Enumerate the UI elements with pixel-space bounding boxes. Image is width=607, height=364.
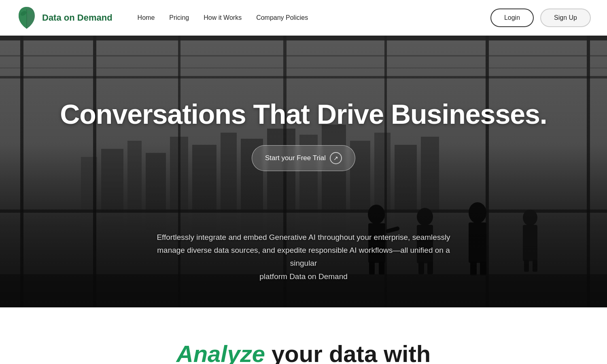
nav-link-how-it-works[interactable]: How it Works <box>204 14 242 21</box>
signup-button[interactable]: Sign Up <box>540 8 591 27</box>
login-button[interactable]: Login <box>490 8 534 27</box>
hero-subtitle: Effortlessly integrate and embed Generat… <box>152 231 455 283</box>
hero-section: Conversations That Drive Businesses. Sta… <box>0 36 607 307</box>
brand-name: Data on Demand <box>42 13 112 23</box>
nav-link-company-policies[interactable]: Company Policies <box>256 14 308 21</box>
analyze-section: Analyze your data with Generative AI <box>0 307 607 364</box>
analyze-highlight: Analyze <box>176 341 265 364</box>
nav-link-pricing[interactable]: Pricing <box>169 14 189 21</box>
navbar: Data on Demand Home Pricing How it Works… <box>0 0 607 36</box>
nav-link-home[interactable]: Home <box>138 14 155 21</box>
analyze-rest: your data with <box>265 341 431 364</box>
hero-cta-button[interactable]: Start your Free Trial ↗ <box>252 145 355 171</box>
hero-title: Conversations That Drive Businesses. <box>60 99 547 129</box>
hero-content: Conversations That Drive Businesses. Sta… <box>0 99 607 244</box>
navbar-brand-group: Data on Demand Home Pricing How it Works… <box>16 5 308 30</box>
hero-cta-label: Start your Free Trial <box>265 154 326 162</box>
arrow-right-icon: ↗ <box>330 152 342 164</box>
navbar-actions: Login Sign Up <box>490 8 591 27</box>
brand-logo-icon <box>16 5 37 30</box>
analyze-section-title: Analyze your data with Generative AI <box>16 340 591 364</box>
nav-links: Home Pricing How it Works Company Polici… <box>138 14 308 21</box>
